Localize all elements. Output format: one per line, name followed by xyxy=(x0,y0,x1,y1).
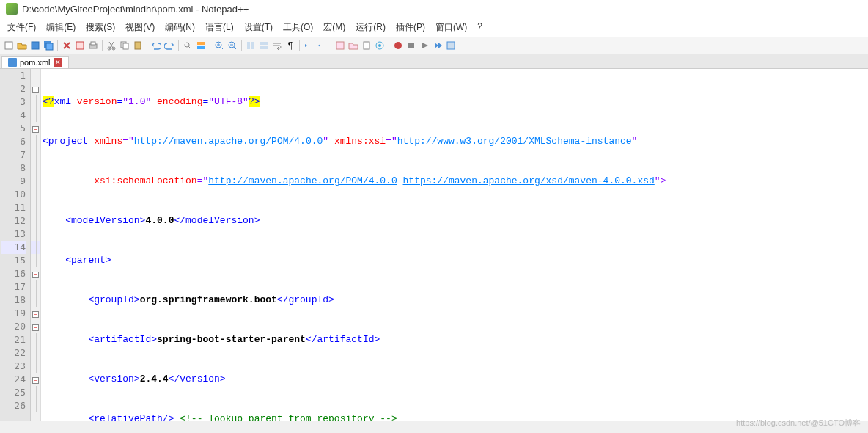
print-icon[interactable] xyxy=(87,40,99,51)
play-multi-icon[interactable] xyxy=(432,40,444,51)
menu-plugins[interactable]: 插件(P) xyxy=(391,20,430,35)
svg-point-25 xyxy=(394,42,402,49)
record-icon[interactable] xyxy=(392,40,404,51)
save-macro-icon[interactable] xyxy=(445,40,457,51)
svg-rect-13 xyxy=(197,42,205,45)
paste-icon[interactable] xyxy=(132,40,144,51)
svg-point-24 xyxy=(378,44,381,47)
code-editor[interactable]: 1234567891011121314151617181920212223242… xyxy=(0,69,868,421)
wrap-icon[interactable] xyxy=(271,40,283,51)
separator xyxy=(102,40,103,51)
title-bar: D:\code\MyGiteeProject\mindhr\pom.xml - … xyxy=(0,0,868,18)
svg-rect-3 xyxy=(46,43,53,50)
separator xyxy=(178,40,179,51)
menu-tools[interactable]: 工具(O) xyxy=(279,20,317,35)
svg-rect-6 xyxy=(91,42,95,45)
menu-view[interactable]: 视图(V) xyxy=(121,20,159,35)
separator xyxy=(210,40,210,51)
monitor-icon[interactable] xyxy=(374,40,386,51)
tab-pom-xml[interactable]: pom.xml ✕ xyxy=(1,56,69,68)
svg-rect-1 xyxy=(32,42,39,49)
svg-rect-14 xyxy=(197,46,205,49)
folder-icon[interactable] xyxy=(347,40,359,51)
zoom-in-icon[interactable] xyxy=(213,40,225,51)
file-icon xyxy=(8,58,17,67)
tab-close-icon[interactable]: ✕ xyxy=(54,58,62,67)
play-icon[interactable] xyxy=(419,40,430,51)
fold-gutter: − − − − − − xyxy=(31,69,41,421)
undo-icon[interactable] xyxy=(150,40,162,51)
tab-bar: pom.xml ✕ xyxy=(0,54,868,69)
zoom-out-icon[interactable] xyxy=(227,40,238,51)
separator xyxy=(331,40,331,51)
svg-rect-18 xyxy=(251,42,254,49)
cut-icon[interactable] xyxy=(106,40,117,51)
outdent-icon[interactable] xyxy=(316,40,328,51)
close-all-icon[interactable] xyxy=(74,40,86,51)
separator xyxy=(241,40,242,51)
stop-icon[interactable] xyxy=(405,40,417,51)
save-icon[interactable] xyxy=(29,40,41,51)
redo-icon[interactable] xyxy=(163,40,175,51)
menu-bar: 文件(F) 编辑(E) 搜索(S) 视图(V) 编码(N) 语言(L) 设置(T… xyxy=(0,18,868,37)
sync-h-icon[interactable] xyxy=(258,40,270,51)
line-gutter: 1234567891011121314151617181920212223242… xyxy=(0,69,31,421)
separator xyxy=(57,40,58,51)
menu-help[interactable]: ? xyxy=(473,20,487,35)
sync-v-icon[interactable] xyxy=(245,40,257,51)
replace-icon[interactable] xyxy=(195,40,207,51)
func-list-icon[interactable] xyxy=(334,40,346,51)
close-icon[interactable] xyxy=(61,40,73,51)
code-area[interactable]: <?xml version="1.0" encoding="UTF-8"?> <… xyxy=(41,69,868,421)
svg-point-8 xyxy=(112,47,115,50)
svg-point-7 xyxy=(108,47,111,50)
menu-settings[interactable]: 设置(T) xyxy=(240,20,277,35)
window-title: D:\code\MyGiteeProject\mindhr\pom.xml - … xyxy=(22,4,249,15)
doc-map-icon[interactable] xyxy=(361,40,372,51)
menu-encoding[interactable]: 编码(N) xyxy=(161,20,199,35)
svg-rect-11 xyxy=(135,42,141,49)
separator xyxy=(299,40,300,51)
tab-label: pom.xml xyxy=(20,58,51,67)
svg-rect-17 xyxy=(247,42,250,49)
separator xyxy=(389,40,389,51)
svg-rect-4 xyxy=(76,42,84,49)
menu-language[interactable]: 语言(L) xyxy=(201,20,238,35)
indent-icon[interactable] xyxy=(303,40,315,51)
toolbar: ¶ xyxy=(0,37,868,54)
svg-rect-19 xyxy=(260,42,268,45)
svg-rect-0 xyxy=(5,42,12,49)
svg-rect-21 xyxy=(336,42,344,49)
menu-edit[interactable]: 编辑(E) xyxy=(42,20,80,35)
app-icon xyxy=(6,3,18,15)
svg-rect-20 xyxy=(260,46,268,49)
hidden-chars-icon[interactable]: ¶ xyxy=(284,40,296,51)
open-icon[interactable] xyxy=(16,40,28,51)
watermark: https://blog.csdn.net/@51CTO博客 xyxy=(736,418,861,429)
svg-rect-27 xyxy=(447,42,455,49)
separator xyxy=(147,40,147,51)
menu-macro[interactable]: 宏(M) xyxy=(319,20,350,35)
copy-icon[interactable] xyxy=(119,40,130,51)
save-all-icon[interactable] xyxy=(43,40,54,51)
menu-run[interactable]: 运行(R) xyxy=(351,20,390,35)
find-icon[interactable] xyxy=(182,40,194,51)
svg-rect-26 xyxy=(408,43,414,48)
new-icon[interactable] xyxy=(3,40,15,51)
menu-search[interactable]: 搜索(S) xyxy=(81,20,119,35)
menu-window[interactable]: 窗口(W) xyxy=(431,20,471,35)
menu-file[interactable]: 文件(F) xyxy=(3,20,40,35)
svg-rect-10 xyxy=(123,43,128,49)
svg-rect-22 xyxy=(364,42,369,49)
